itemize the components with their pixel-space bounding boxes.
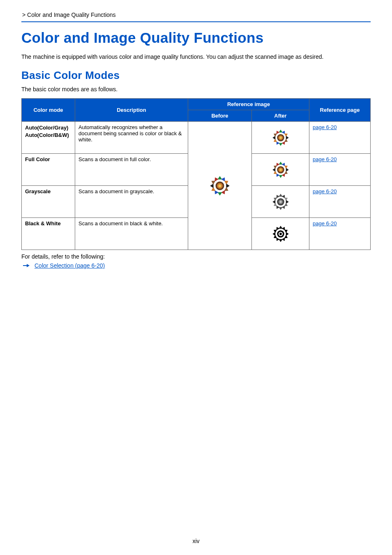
th-description: Description bbox=[75, 99, 188, 122]
sun-color-icon bbox=[269, 158, 293, 182]
color-selection-link[interactable]: Color Selection (page 6-20) bbox=[35, 262, 105, 269]
cell-reference: page 6-20 bbox=[309, 186, 371, 218]
svg-point-5 bbox=[279, 136, 282, 139]
cell-mode: Auto(Color/Gray) Auto(Color/B&W) bbox=[22, 122, 75, 154]
th-color-mode: Color mode bbox=[22, 99, 75, 122]
cell-after-image bbox=[252, 122, 309, 154]
sun-color-icon bbox=[269, 126, 293, 150]
arrow-right-icon bbox=[23, 263, 30, 268]
svg-point-2 bbox=[219, 184, 221, 187]
reference-page-link[interactable]: page 6-20 bbox=[313, 156, 337, 162]
color-modes-table: Color mode Description Reference image R… bbox=[21, 98, 371, 250]
section-title: Basic Color Modes bbox=[21, 69, 371, 82]
page-number: xiv bbox=[0, 538, 392, 544]
cell-mode: Full Color bbox=[22, 154, 75, 186]
section-intro: The basic color modes are as follows. bbox=[21, 86, 371, 92]
th-after: After bbox=[252, 110, 309, 122]
mode-line: Auto(Color/B&W) bbox=[25, 132, 71, 139]
page: > Color and Image Quality Functions Colo… bbox=[0, 0, 392, 555]
cell-description: Scans a document in black & white. bbox=[75, 218, 188, 250]
table-row: Auto(Color/Gray) Auto(Color/B&W) Automat… bbox=[22, 122, 371, 154]
th-reference-image: Reference image bbox=[188, 99, 309, 110]
footnote-text: For details, refer to the following: bbox=[21, 253, 371, 260]
detail-reference: Color Selection (page 6-20) bbox=[21, 262, 371, 269]
mode-line: Auto(Color/Gray) bbox=[25, 124, 71, 132]
reference-page-link[interactable]: page 6-20 bbox=[313, 124, 337, 130]
th-reference-page: Reference page bbox=[309, 99, 371, 122]
cell-after-image bbox=[252, 186, 309, 218]
cell-description: Scans a document in full color. bbox=[75, 154, 188, 186]
reference-page-link[interactable]: page 6-20 bbox=[313, 188, 337, 194]
svg-point-11 bbox=[279, 201, 282, 203]
th-before: Before bbox=[188, 110, 252, 122]
intro-text: The machine is equipped with various col… bbox=[21, 53, 371, 60]
cell-after-image bbox=[252, 218, 309, 250]
cell-mode: Grayscale bbox=[22, 186, 75, 218]
sun-color-icon bbox=[205, 171, 234, 200]
cell-reference: page 6-20 bbox=[309, 218, 371, 250]
breadcrumb: > Color and Image Quality Functions bbox=[21, 12, 371, 21]
sun-bw-icon bbox=[269, 222, 293, 246]
reference-page-link[interactable]: page 6-20 bbox=[313, 220, 337, 227]
cell-reference: page 6-20 bbox=[309, 154, 371, 186]
cell-after-image bbox=[252, 154, 309, 186]
svg-point-14 bbox=[279, 233, 282, 235]
header-rule bbox=[21, 21, 371, 22]
sun-gray-icon bbox=[269, 190, 293, 214]
page-title: Color and Image Quality Functions bbox=[21, 30, 371, 46]
cell-description: Scans a document in grayscale. bbox=[75, 186, 188, 218]
cell-reference: page 6-20 bbox=[309, 122, 371, 154]
cell-description: Automatically recognizes whether a docum… bbox=[75, 122, 188, 154]
svg-point-8 bbox=[279, 169, 282, 171]
cell-before-image bbox=[188, 122, 252, 250]
cell-mode: Black & White bbox=[22, 218, 75, 250]
